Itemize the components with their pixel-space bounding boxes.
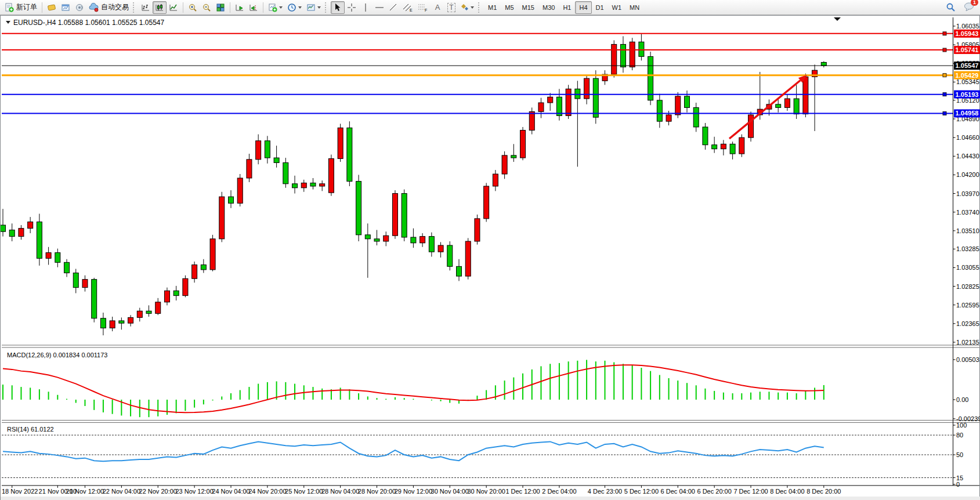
fibonacci-glyph: F (425, 8, 427, 12)
candle-body (392, 194, 397, 236)
line-chart-button[interactable] (167, 1, 180, 14)
zoom-in-button[interactable] (186, 1, 200, 14)
candle-body (356, 182, 361, 235)
trendline-tool-button[interactable] (386, 1, 400, 14)
candlestick-chart-button[interactable] (153, 1, 167, 14)
bar-chart-icon (141, 3, 150, 12)
candle-body (292, 184, 298, 188)
timeframe-button-H1[interactable]: H1 (559, 1, 575, 14)
macd-pane: 0.0050310.00-0.002397 (3, 356, 980, 422)
candle-body (9, 230, 15, 236)
time-tick-label: 2 Dec 04:00 (542, 488, 576, 495)
timeframe-toolbar: M1M5M15M30H1H4D1W1MN (484, 1, 643, 14)
fibonacci-tool-button[interactable]: F (415, 1, 431, 14)
candle-body (128, 317, 133, 323)
price-tick-label: 1.03740 (956, 209, 979, 216)
time-tick-label: 24 Nov 20:00 (248, 488, 286, 495)
time-tick-label: 8 Dec 20:00 (807, 488, 841, 495)
zoom-out-button[interactable] (200, 1, 214, 14)
label-tool-glyph: T (447, 3, 455, 12)
price-tick-label: 1.02135 (956, 339, 979, 346)
equidistant-channel-icon: E (403, 3, 413, 12)
channel-tool-button[interactable]: E (400, 1, 415, 14)
candle-body (274, 158, 279, 162)
candle-body (256, 141, 261, 160)
candle-body (538, 103, 544, 111)
candle-body (666, 115, 671, 121)
chart-title: EURUSD-,H4 1.05588 1.05601 1.05525 1.055… (13, 19, 165, 27)
timeframe-button-M30[interactable]: M30 (538, 1, 559, 14)
price-tick-label: 1.04430 (956, 153, 979, 160)
toolbar-grip[interactable] (133, 2, 136, 13)
price-tick-label: 1.05345 (956, 78, 979, 85)
separator (42, 2, 42, 13)
price-chart-canvas[interactable]: 1.060351.058051.055751.053451.051201.048… (1, 16, 980, 500)
hline-anchor[interactable] (943, 48, 946, 52)
timeframe-button-M5[interactable]: M5 (501, 1, 518, 14)
new-order-button[interactable]: 新订单 (2, 1, 39, 14)
tile-windows-icon (216, 3, 225, 12)
chart-window[interactable]: 1.060351.058051.055751.053451.051201.048… (0, 15, 980, 500)
time-tick-label: 21 Nov 12:00 (66, 488, 104, 495)
arrows-dropdown[interactable] (458, 1, 476, 14)
rsi-tick-label: 100 (956, 422, 967, 429)
auto-scroll-button[interactable] (233, 1, 247, 14)
text-tool-button[interactable]: A (431, 1, 444, 14)
candle-body (784, 99, 790, 107)
candle-body (639, 42, 644, 56)
toolbar-grip[interactable] (478, 2, 482, 13)
candle-body (465, 241, 471, 276)
chart-shift-button[interactable] (247, 1, 261, 14)
hline-anchor[interactable] (943, 111, 946, 115)
candle-body (657, 100, 662, 121)
candle-body (55, 253, 60, 263)
toolbar-grip[interactable] (325, 2, 328, 13)
hline-anchor[interactable] (943, 93, 946, 96)
cursor-tool-button[interactable] (331, 1, 345, 14)
time-tick-label: 5 Dec 12:00 (624, 488, 659, 495)
timeframe-button-M1[interactable]: M1 (484, 1, 501, 14)
search-button[interactable] (943, 1, 958, 14)
candle-body (283, 162, 288, 183)
symbol-dropdown-icon[interactable] (6, 21, 10, 24)
hline-anchor[interactable] (943, 74, 946, 77)
crosshair-tool-button[interactable] (345, 1, 359, 14)
macd-tick-label: 0.00 (956, 396, 968, 403)
candle-body (420, 237, 425, 243)
data-window-button[interactable] (59, 1, 73, 14)
text-label-tool-button[interactable]: T (444, 1, 458, 14)
time-scale[interactable]: 18 Nov 202221 Nov 00:0021 Nov 12:0022 No… (1, 485, 980, 500)
timeframe-button-H4[interactable]: H4 (575, 1, 591, 14)
candle-body (620, 44, 625, 67)
timeframe-button-W1[interactable]: W1 (608, 1, 626, 14)
candle-body (137, 311, 142, 317)
templates-dropdown[interactable] (304, 1, 323, 14)
price-badge-label: 1.04958 (956, 110, 979, 117)
timeframe-button-D1[interactable]: D1 (592, 1, 608, 14)
candle-body (612, 44, 617, 74)
crosshair-icon (347, 3, 356, 12)
sounds-button[interactable] (73, 1, 86, 14)
candle-body (630, 42, 635, 67)
vertical-line-tool-button[interactable] (359, 1, 373, 14)
timeframe-button-M15[interactable]: M15 (518, 1, 538, 14)
market-depth-button[interactable] (45, 1, 59, 14)
candle-body (28, 222, 33, 228)
auto-trading-button[interactable]: 自动交易 (86, 1, 131, 14)
price-badge-label: 1.05943 (956, 30, 979, 37)
horizontal-line-tool-button[interactable] (373, 1, 386, 14)
candle-body (776, 104, 781, 108)
candle-body (92, 280, 97, 318)
periods-dropdown[interactable] (285, 1, 304, 14)
hline-anchor[interactable] (943, 32, 946, 35)
candle-body (411, 237, 416, 243)
separator (230, 2, 230, 13)
notifications-button[interactable]: 1 (964, 2, 974, 13)
tile-windows-button[interactable] (214, 1, 227, 14)
bar-chart-button[interactable] (139, 1, 153, 14)
new-chart-dropdown[interactable] (266, 1, 285, 14)
chart-shift-marker[interactable] (834, 17, 841, 21)
candle-body (502, 155, 507, 174)
time-tick-label: 28 Nov 20:00 (358, 488, 396, 495)
timeframe-button-MN[interactable]: MN (625, 1, 643, 14)
